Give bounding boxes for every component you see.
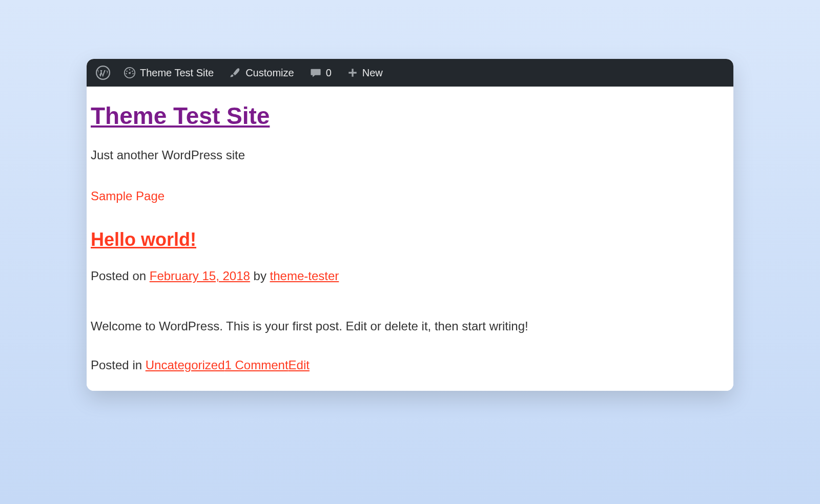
svg-point-3 [126, 71, 127, 72]
plus-icon [347, 67, 358, 78]
svg-point-6 [132, 73, 133, 74]
posted-in-text: Posted in [91, 358, 146, 372]
customize-menu[interactable]: Customize [224, 59, 299, 87]
post-date-link[interactable]: February 15, 2018 [150, 269, 250, 283]
post-footer: Posted in Uncategorized1 CommentEdit [91, 358, 729, 372]
new-label: New [362, 67, 383, 79]
site-title-link[interactable]: Theme Test Site [91, 102, 270, 129]
wp-logo-menu[interactable] [94, 59, 113, 87]
dashboard-icon [124, 67, 136, 79]
post-author-link[interactable]: theme-tester [270, 269, 339, 283]
site-title: Theme Test Site [91, 102, 729, 130]
site-tagline: Just another WordPress site [91, 148, 729, 162]
svg-point-7 [129, 72, 131, 74]
post-category-link[interactable]: Uncategorized [146, 358, 225, 372]
site-name-menu[interactable]: Theme Test Site [118, 59, 219, 87]
svg-point-4 [132, 71, 133, 72]
nav-sample-page[interactable]: Sample Page [91, 189, 165, 203]
wp-admin-bar: Theme Test Site Customize 0 [87, 59, 733, 87]
new-content-menu[interactable]: New [342, 59, 388, 87]
post-comments-link[interactable]: 1 Comment [225, 358, 289, 372]
post-body: Welcome to WordPress. This is your first… [91, 319, 729, 333]
post-meta: Posted on February 15, 2018 by theme-tes… [91, 269, 729, 283]
post-title: Hello world! [91, 229, 729, 250]
brush-icon [229, 67, 241, 79]
posted-on-text: Posted on [91, 269, 150, 283]
svg-rect-9 [348, 72, 356, 73]
page-content: Theme Test Site Just another WordPress s… [87, 87, 733, 391]
wordpress-icon [96, 66, 110, 80]
svg-point-5 [126, 73, 127, 74]
comment-icon [310, 67, 322, 79]
customize-label: Customize [245, 67, 294, 79]
comments-menu[interactable]: 0 [304, 59, 337, 87]
by-text: by [250, 269, 270, 283]
svg-point-0 [96, 66, 110, 79]
post-title-link[interactable]: Hello world! [91, 229, 196, 250]
svg-point-2 [129, 69, 130, 70]
browser-window: Theme Test Site Customize 0 [87, 59, 733, 391]
post-edit-link[interactable]: Edit [289, 358, 310, 372]
comments-count: 0 [326, 67, 332, 79]
site-name-label: Theme Test Site [140, 67, 214, 79]
